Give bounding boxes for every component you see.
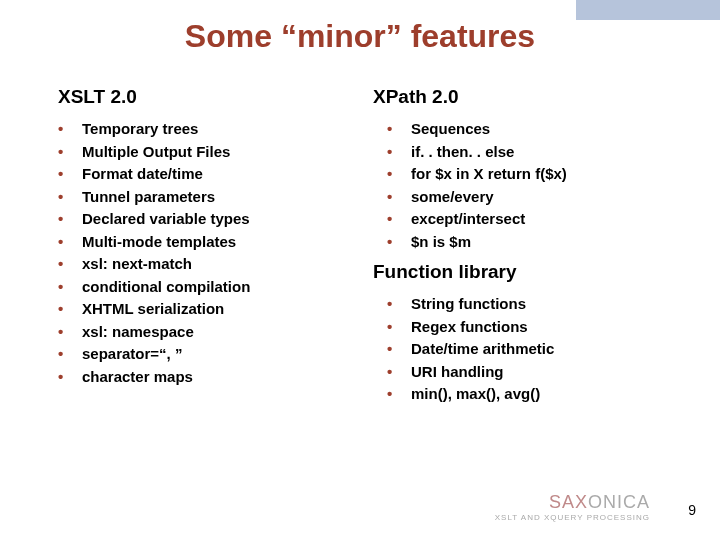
page-number: 9 bbox=[688, 502, 696, 518]
bullet-icon: • bbox=[58, 186, 82, 209]
right-list-1: •String functions •Regex functions •Date… bbox=[373, 293, 668, 406]
bullet-icon: • bbox=[58, 208, 82, 231]
slide: Some “minor” features XSLT 2.0 •Temporar… bbox=[0, 0, 720, 540]
list-item: •Format date/time bbox=[58, 163, 353, 186]
list-item: •Regex functions bbox=[373, 316, 668, 339]
bullet-icon: • bbox=[387, 383, 411, 406]
bullet-icon: • bbox=[58, 163, 82, 186]
content-columns: XSLT 2.0 •Temporary trees •Multiple Outp… bbox=[58, 86, 668, 414]
bullet-icon: • bbox=[58, 276, 82, 299]
bullet-icon: • bbox=[387, 208, 411, 231]
right-list-0: •Sequences •if. . then. . else •for $x i… bbox=[373, 118, 668, 253]
logo: SAXONICA XSLT AND XQUERY PROCESSING bbox=[495, 492, 650, 522]
slide-title: Some “minor” features bbox=[0, 18, 720, 55]
list-item: •$n is $m bbox=[373, 231, 668, 254]
right-heading-1: Function library bbox=[373, 261, 668, 283]
list-item: •if. . then. . else bbox=[373, 141, 668, 164]
list-item: •Tunnel parameters bbox=[58, 186, 353, 209]
list-item: •except/intersect bbox=[373, 208, 668, 231]
list-item: •character maps bbox=[58, 366, 353, 389]
bullet-icon: • bbox=[387, 293, 411, 316]
list-item: •Sequences bbox=[373, 118, 668, 141]
list-item: •String functions bbox=[373, 293, 668, 316]
right-heading-0: XPath 2.0 bbox=[373, 86, 668, 108]
list-item: •some/every bbox=[373, 186, 668, 209]
bullet-icon: • bbox=[58, 298, 82, 321]
list-item: •for $x in X return f($x) bbox=[373, 163, 668, 186]
list-item: •URI handling bbox=[373, 361, 668, 384]
list-item: •xsl: next-match bbox=[58, 253, 353, 276]
bullet-icon: • bbox=[58, 366, 82, 389]
bullet-icon: • bbox=[387, 361, 411, 384]
bullet-icon: • bbox=[58, 141, 82, 164]
bullet-icon: • bbox=[387, 338, 411, 361]
list-item: •separator=“, ” bbox=[58, 343, 353, 366]
list-item: •Multiple Output Files bbox=[58, 141, 353, 164]
list-item: •min(), max(), avg() bbox=[373, 383, 668, 406]
bullet-icon: • bbox=[387, 163, 411, 186]
bullet-icon: • bbox=[58, 321, 82, 344]
list-item: •Date/time arithmetic bbox=[373, 338, 668, 361]
list-item: •XHTML serialization bbox=[58, 298, 353, 321]
bullet-icon: • bbox=[387, 118, 411, 141]
bullet-icon: • bbox=[58, 343, 82, 366]
decor-band bbox=[576, 0, 720, 20]
logo-text: SAXONICA bbox=[495, 492, 650, 513]
bullet-icon: • bbox=[58, 231, 82, 254]
logo-subtext: XSLT AND XQUERY PROCESSING bbox=[495, 513, 650, 522]
bullet-icon: • bbox=[58, 118, 82, 141]
list-item: •Declared variable types bbox=[58, 208, 353, 231]
list-item: •Multi-mode templates bbox=[58, 231, 353, 254]
right-column: XPath 2.0 •Sequences •if. . then. . else… bbox=[373, 86, 668, 414]
bullet-icon: • bbox=[387, 316, 411, 339]
bullet-icon: • bbox=[387, 231, 411, 254]
bullet-icon: • bbox=[387, 141, 411, 164]
list-item: •xsl: namespace bbox=[58, 321, 353, 344]
bullet-icon: • bbox=[58, 253, 82, 276]
list-item: •Temporary trees bbox=[58, 118, 353, 141]
left-list: •Temporary trees •Multiple Output Files … bbox=[58, 118, 353, 388]
bullet-icon: • bbox=[387, 186, 411, 209]
list-item: •conditional compilation bbox=[58, 276, 353, 299]
left-heading: XSLT 2.0 bbox=[58, 86, 353, 108]
left-column: XSLT 2.0 •Temporary trees •Multiple Outp… bbox=[58, 86, 353, 414]
